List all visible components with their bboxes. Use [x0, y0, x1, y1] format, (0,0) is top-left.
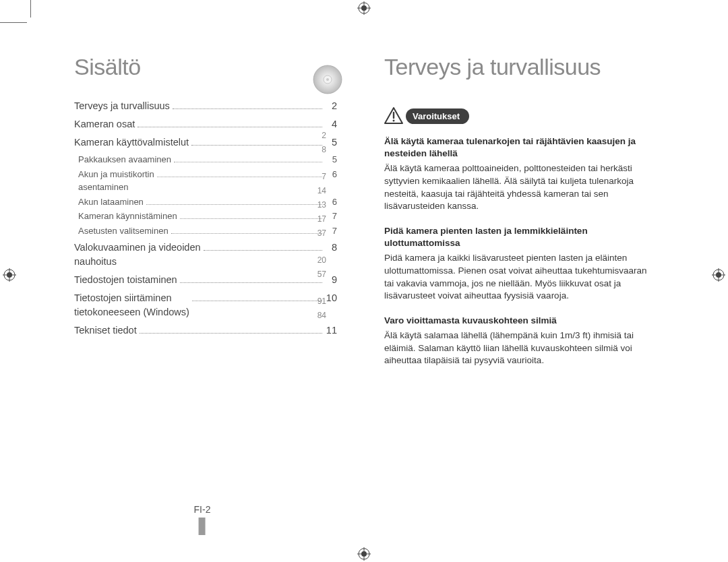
registration-mark-icon [3, 268, 16, 282]
toc-page-number: 7 [325, 210, 337, 223]
toc-leader-dots [171, 233, 322, 234]
toc-page-number: 4 [325, 117, 337, 131]
side-number: 17 [310, 215, 326, 223]
warning-triangle-icon [384, 107, 403, 125]
crop-mark [0, 22, 27, 23]
cd-disc-icon [313, 65, 342, 94]
side-number: 20 [310, 256, 326, 264]
toc-sub-entry: Akun ja muistikortin asentaminen6 [78, 168, 337, 194]
toc-leader-dots [191, 145, 322, 146]
toc-sub-entry: Kameran käynnistäminen7 [78, 210, 337, 223]
side-number: 84 [310, 311, 326, 319]
toc-label: Valokuvaaminen ja videoiden nauhoitus [74, 241, 201, 269]
warning-title: Pidä kamera pienten lasten ja lemmikkiel… [384, 225, 647, 249]
toc-leader-dots [204, 250, 322, 251]
side-number: 57 [310, 270, 326, 278]
svg-point-18 [326, 78, 329, 81]
warning-badge: Varoitukset [384, 107, 469, 125]
toc-label: Asetusten valitseminen [78, 225, 169, 238]
crop-mark [30, 0, 31, 18]
warning-title: Varo vioittamasta kuvauskohteen silmiä [384, 315, 647, 327]
warning-block: Pidä kamera pienten lasten ja lemmikkiel… [384, 225, 647, 303]
side-number: 91 [310, 297, 326, 305]
right-page: Terveys ja turvallisuus Varoitukset Älä … [364, 20, 688, 542]
side-number [310, 160, 326, 166]
toc-label: Kameran käynnistäminen [78, 210, 177, 223]
toc-leader-dots [180, 282, 322, 283]
page-number: FI-2 [194, 504, 211, 535]
toc-heading: Sisältö [74, 54, 337, 80]
table-of-contents: Terveys ja turvallisuus2Kameran osat4Kam… [74, 99, 337, 338]
toc-leader-dots [173, 108, 322, 109]
warning-title: Älä käytä kameraa tulenarkojen tai räjäh… [384, 135, 647, 160]
toc-page-number: 6 [325, 168, 337, 181]
toc-leader-dots [157, 177, 322, 177]
left-page: Sisältö Terveys ja turvallisuus2Kameran … [40, 20, 364, 542]
toc-entry: Tietostojen siirtäminen tietokoneeseen (… [74, 291, 337, 319]
toc-page-number: 2 [325, 99, 337, 113]
toc-label: Kameran osat [74, 117, 135, 131]
warnings-list: Älä käytä kameraa tulenarkojen tai räjäh… [384, 135, 647, 367]
toc-label: Akun ja muistikortin asentaminen [78, 168, 154, 194]
toc-entry: Kameran osat4 [74, 117, 337, 131]
side-number: 2 [310, 131, 326, 139]
toc-page-number: 8 [325, 241, 337, 255]
side-number [310, 284, 326, 291]
page-number-text: FI-2 [194, 504, 211, 515]
toc-label: Tietostojen siirtäminen tietokoneeseen (… [74, 291, 189, 319]
toc-leader-dots [138, 127, 322, 127]
side-number: 14 [310, 187, 326, 195]
warning-badge-label: Varoitukset [406, 108, 469, 124]
warning-body: Älä käytä salamaa lähellä (lähempänä kui… [384, 330, 647, 367]
warning-body: Pidä kamera ja kaikki lisävarusteet pien… [384, 252, 647, 303]
section-heading: Terveys ja turvallisuus [384, 54, 647, 80]
toc-page-number: 11 [325, 323, 337, 338]
side-number [310, 243, 326, 250]
side-reference-numbers: 2871413173720579184 [310, 131, 326, 325]
toc-page-number: 6 [325, 196, 337, 209]
toc-page-number: 9 [325, 273, 337, 287]
warning-block: Älä käytä kameraa tulenarkojen tai räjäh… [384, 135, 647, 213]
toc-label: Tiedostojen toistaminen [74, 273, 177, 287]
toc-leader-dots [180, 218, 322, 219]
toc-page-number: 10 [325, 291, 337, 305]
toc-leader-dots [146, 204, 322, 205]
toc-page-number: 5 [325, 154, 337, 166]
toc-entry: Valokuvaaminen ja videoiden nauhoitus8 [74, 241, 337, 269]
side-number: 37 [310, 229, 326, 237]
side-number: 13 [310, 201, 326, 209]
svg-point-21 [393, 120, 395, 122]
toc-page-number: 7 [325, 225, 337, 238]
page-tab-marker [199, 518, 206, 535]
toc-label: Pakkauksen avaaminen [78, 154, 171, 166]
toc-entry: Kameran käyttövalmistelut5 [74, 135, 337, 150]
toc-label: Tekniset tiedot [74, 323, 137, 338]
toc-sub-entry: Pakkauksen avaaminen5 [78, 154, 337, 166]
warning-body: Älä käytä kameraa polttoaineiden, poltto… [384, 162, 647, 213]
toc-sub-entry: Asetusten valitseminen7 [78, 225, 337, 238]
toc-page-number: 5 [325, 135, 337, 150]
warning-block: Varo vioittamasta kuvauskohteen silmiäÄl… [384, 315, 647, 367]
toc-leader-dots [174, 162, 322, 162]
toc-entry: Tekniset tiedot11 [74, 323, 337, 338]
toc-entry: Terveys ja turvallisuus2 [74, 99, 337, 113]
side-number: 8 [310, 146, 326, 154]
toc-sub-list: Pakkauksen avaaminen5Akun ja muistikorti… [74, 154, 337, 238]
toc-sub-entry: Akun lataaminen6 [78, 196, 337, 209]
toc-entry: Tiedostojen toistaminen9 [74, 273, 337, 287]
toc-label: Akun lataaminen [78, 196, 144, 209]
toc-label: Terveys ja turvallisuus [74, 99, 170, 113]
registration-mark-icon [357, 1, 371, 15]
toc-leader-dots [140, 333, 322, 334]
side-number: 7 [310, 173, 326, 181]
page-spread: Sisältö Terveys ja turvallisuus2Kameran … [40, 20, 688, 542]
registration-mark-icon [357, 547, 371, 561]
toc-label: Kameran käyttövalmistelut [74, 135, 189, 150]
toc-leader-dots [192, 301, 322, 301]
registration-mark-icon [712, 268, 725, 282]
